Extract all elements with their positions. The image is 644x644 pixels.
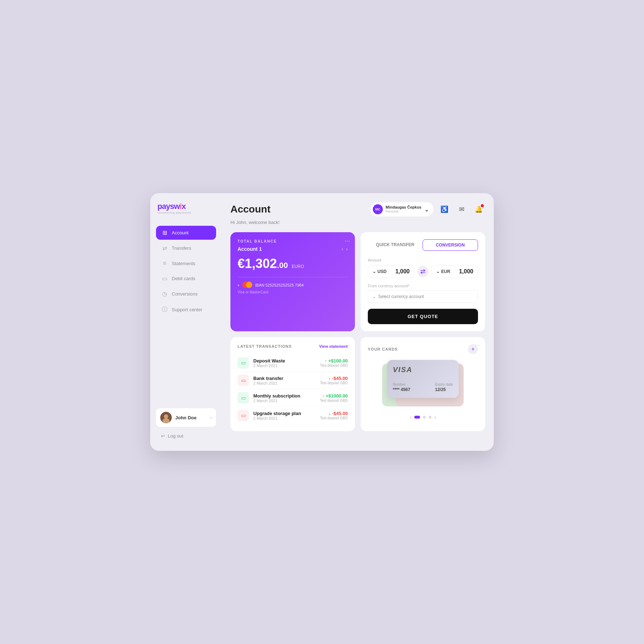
- sidebar-item-transfers[interactable]: ⇄ Transfers: [156, 241, 216, 255]
- top-cards-row: ··· TOTAL BALANCE Account 1 ‹ › €1,302.0…: [230, 232, 485, 331]
- sidebar-nav: ⊞ Account ⇄ Transfers ≡ Statements ▭ Deb…: [156, 226, 216, 408]
- sidebar-item-account[interactable]: ⊞ Account: [156, 226, 216, 240]
- sidebar-item-debit-cards[interactable]: ▭ Debit cards: [156, 272, 216, 286]
- bottom-row: LATEST TRANSACTIONS View statement ··· ▭…: [230, 337, 485, 431]
- your-cards-panel: YOUR CARDS + ··· VISA Number **** 4567: [361, 337, 485, 431]
- card-navigation: ‹ ›: [368, 414, 478, 420]
- card-dot-1[interactable]: [414, 416, 420, 419]
- transaction-item: ▭ Deposit Waste 2 March 2021 ↑ +$100.00 …: [238, 354, 348, 372]
- debit-cards-icon: ▭: [161, 275, 168, 282]
- iban-row: ▾ IBAN 5252525252525 7984: [238, 277, 348, 289]
- next-account-icon[interactable]: ›: [346, 246, 348, 252]
- logo-text: payswix: [157, 202, 215, 211]
- swap-currencies-button[interactable]: [417, 266, 429, 277]
- from-currency-select[interactable]: ⌄ USD: [372, 269, 386, 274]
- selector-name: Mindaugas Čepkus: [386, 205, 421, 210]
- from-amount-value[interactable]: 1,000: [389, 268, 410, 275]
- card-number-label: Number: [393, 382, 410, 386]
- chevron-right-icon: ›: [210, 415, 212, 420]
- main-content: Account MC Mindaugas Čepkus Personal ⌄ ♿…: [222, 193, 494, 451]
- transfers-icon: ⇄: [161, 245, 168, 252]
- tx-desc: Test deposit GBD: [320, 381, 348, 385]
- card-next-button[interactable]: ›: [434, 414, 436, 420]
- panel-tabs: QUICK TRANSFER CONVERSION: [368, 239, 478, 251]
- logo-tagline: connecting payments: [157, 211, 215, 214]
- sidebar-bottom: John Doe › ↩ Log out: [156, 408, 216, 442]
- card-logo: [242, 282, 252, 289]
- card-type-text: Visa or MasterCard: [238, 290, 348, 294]
- tx-value: ↓ -$45.00: [320, 376, 348, 381]
- card-dot-2[interactable]: [423, 416, 426, 419]
- transactions-menu[interactable]: ···: [345, 342, 350, 348]
- to-amount-value[interactable]: 1,000: [452, 268, 473, 275]
- card-number-value: **** 4567: [393, 387, 410, 392]
- svg-point-1: [164, 414, 168, 419]
- page-header: Account MC Mindaugas Čepkus Personal ⌄ ♿…: [230, 202, 485, 217]
- tx-date: 2 March 2021: [253, 399, 316, 403]
- card-dot-3[interactable]: [429, 416, 431, 419]
- tx-value: ↑ +$1000.00: [320, 393, 348, 399]
- card-expiry-value: 12/25: [435, 387, 453, 392]
- prev-account-icon[interactable]: ‹: [342, 246, 343, 252]
- user-selector-dropdown[interactable]: MC Mindaugas Čepkus Personal ⌄: [370, 202, 434, 217]
- sidebar-item-conversions[interactable]: ◷ Conversions: [156, 287, 216, 301]
- chevron-down-icon: ⌄: [424, 206, 429, 213]
- user-selector-info: Mindaugas Čepkus Personal: [386, 205, 421, 214]
- cards-title: YOUR CARDS: [368, 347, 398, 351]
- tx-date: 2 March 2021: [253, 416, 316, 420]
- mc-avatar: MC: [373, 204, 383, 214]
- from-currency-group: ⌄ USD 1,000: [368, 265, 414, 278]
- get-quote-button[interactable]: GET QUOTE: [368, 309, 478, 324]
- logout-label: Log out: [168, 433, 183, 439]
- sidebar-item-support[interactable]: ⓘ Support center: [156, 302, 216, 317]
- mail-icon-button[interactable]: ✉: [455, 203, 468, 216]
- tx-info: Monthly subscription 2 March 2021: [253, 393, 316, 403]
- account-select-dropdown[interactable]: ⌄ Select currency account: [368, 290, 478, 303]
- selector-type: Personal: [386, 210, 421, 214]
- tx-arrow-up: ↑: [322, 393, 326, 399]
- sidebar-item-statements[interactable]: ≡ Statements: [156, 257, 216, 270]
- iban-expand-icon[interactable]: ▾: [238, 283, 239, 287]
- card-expiry-section: Expiry date 12/25: [435, 382, 453, 392]
- conversions-icon: ◷: [161, 291, 168, 297]
- card-display: VISA Number **** 4567 Expiry date 12/25: [368, 360, 478, 410]
- balance-card: ··· TOTAL BALANCE Account 1 ‹ › €1,302.0…: [230, 232, 355, 331]
- transactions-title: LATEST TRANSACTIONS: [238, 344, 292, 348]
- transaction-item: ▭ Upgrade storage plan 2 March 2021 ↓ -$…: [238, 407, 348, 424]
- tx-icon-subscription: ▭: [238, 392, 249, 404]
- account-nav[interactable]: ‹ ›: [342, 246, 348, 252]
- iban-text: IBAN 5252525252525 7984: [255, 283, 304, 287]
- accessibility-icon-button[interactable]: ♿: [438, 203, 451, 216]
- to-currency-select[interactable]: ⌄ EUR: [436, 269, 450, 274]
- user-profile-card[interactable]: John Doe ›: [156, 408, 216, 427]
- to-currency-label: EUR: [441, 269, 450, 274]
- sidebar-item-label: Transfers: [172, 245, 191, 251]
- tx-arrow-up: ↑: [325, 358, 328, 364]
- card-prev-button[interactable]: ‹: [410, 414, 411, 420]
- tx-name: Monthly subscription: [253, 393, 316, 399]
- sidebar-item-label: Debit cards: [172, 276, 195, 281]
- card-logo-orange: [246, 282, 252, 288]
- page-title: Account: [230, 204, 370, 215]
- sidebar-item-label: Account: [172, 230, 189, 235]
- logout-button[interactable]: ↩ Log out: [156, 430, 216, 442]
- tab-quick-transfer[interactable]: QUICK TRANSFER: [368, 239, 423, 251]
- bell-icon-button[interactable]: 🔔: [472, 203, 485, 216]
- to-currency-group: ⌄ EUR 1,000: [431, 265, 478, 278]
- from-account-label: From currency account*: [368, 284, 478, 288]
- tx-info: Deposit Waste 2 March 2021: [253, 358, 316, 368]
- balance-label: TOTAL BALANCE: [238, 239, 348, 243]
- tx-icon-transfer: ▭: [238, 375, 249, 386]
- tx-desc: Test deposit GBD: [320, 364, 348, 367]
- conversion-panel-menu[interactable]: ···: [475, 237, 480, 245]
- logout-icon: ↩: [161, 433, 165, 439]
- tab-conversion[interactable]: CONVERSION: [423, 239, 478, 251]
- logo: payswix connecting payments: [156, 202, 216, 214]
- tx-date: 2 March 2021: [253, 381, 316, 385]
- account-row: Account 1 ‹ ›: [238, 246, 348, 252]
- tx-icon-upgrade: ▭: [238, 410, 249, 421]
- view-statement-link[interactable]: View statement: [319, 344, 348, 348]
- balance-cents: .00: [277, 261, 288, 270]
- account-placeholder: Select currency account: [378, 294, 424, 299]
- cards-menu[interactable]: ···: [475, 342, 480, 348]
